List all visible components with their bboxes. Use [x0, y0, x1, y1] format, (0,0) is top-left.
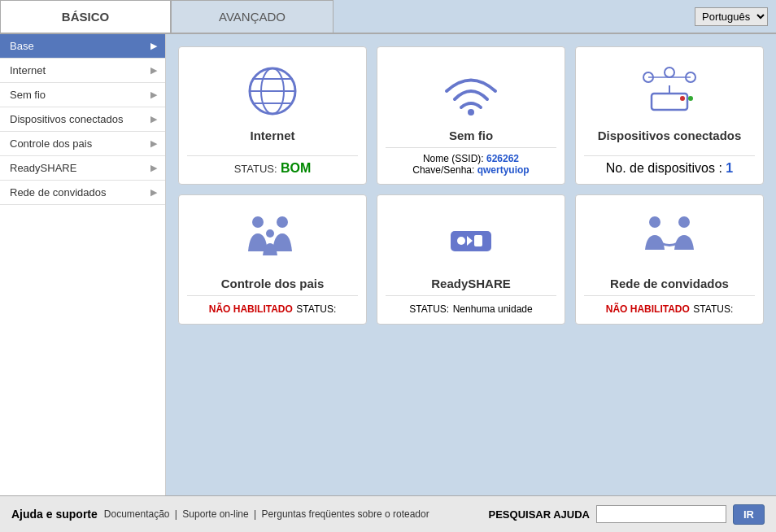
count-label: No. de dispositivos :	[606, 161, 722, 175]
tab-basico-label: BÁSICO	[62, 10, 109, 24]
sidebar-label-readyshare: ReadySHARE	[10, 162, 76, 174]
status-label-internet: STATUS:	[234, 163, 277, 175]
sidebar-item-rede[interactable]: Rede de convidados ▶	[0, 181, 165, 205]
chave-label: Chave/Senha:	[412, 164, 474, 176]
arrow-icon-semfio: ▶	[150, 89, 157, 100]
bottom-bar: Ajuda e suporte Documentação | Suporte o…	[0, 495, 776, 532]
readyshare-status-value: Nenhuma unidade	[453, 303, 533, 315]
svg-point-17	[266, 229, 274, 238]
readyshare-icon	[438, 207, 504, 272]
nome-value: 626262	[486, 153, 519, 164]
card-readyshare[interactable]: ReadySHARE STATUS: Nenhuma unidade	[377, 194, 565, 325]
svg-point-19	[457, 237, 465, 245]
sidebar-label-rede: Rede de convidados	[10, 186, 107, 198]
sidebar-item-base[interactable]: Base ▶	[0, 34, 165, 59]
card-rede-title: Rede de convidados	[610, 277, 729, 290]
svg-point-7	[680, 96, 685, 101]
svg-point-21	[649, 216, 660, 228]
tab-basico[interactable]: BÁSICO	[0, 0, 171, 33]
card-dispositivos-title: Dispositivos conectados	[598, 129, 742, 142]
language-selector[interactable]: Português English Español	[695, 0, 768, 33]
controle-nao-habilitado: NÃO HABILITADO	[209, 303, 293, 315]
card-internet[interactable]: Internet STATUS: BOM	[178, 46, 367, 185]
link-documentacao[interactable]: Documentação	[104, 508, 170, 520]
rede-status-label: STATUS:	[693, 303, 733, 315]
top-nav: BÁSICO AVANÇADO Português English Españo…	[0, 0, 776, 33]
internet-icon	[240, 59, 305, 124]
link-suporte[interactable]: Suporte on-line	[182, 508, 248, 520]
card-dispositivos-status: No. de dispositivos : 1	[584, 155, 755, 176]
search-button[interactable]: IR	[733, 504, 765, 525]
sidebar-label-dispositivos: Dispositivos conectados	[10, 113, 123, 125]
arrow-icon-controle: ▶	[150, 138, 157, 149]
svg-point-22	[678, 216, 690, 228]
arrow-icon-rede: ▶	[150, 187, 157, 198]
tab-avancado[interactable]: AVANÇADO	[171, 0, 334, 33]
arrow-icon-base: ▶	[150, 41, 157, 51]
sidebar-item-semfio[interactable]: Sem fio ▶	[0, 83, 165, 107]
sidebar-item-readyshare[interactable]: ReadySHARE ▶	[0, 156, 165, 181]
link-perguntas[interactable]: Perguntas freqüentes sobre o roteador	[262, 508, 429, 520]
dispositivos-icon	[637, 59, 702, 124]
card-controle-status: NÃO HABILITADO STATUS:	[187, 295, 358, 316]
sidebar-label-semfio: Sem fio	[10, 89, 46, 101]
card-internet-status: STATUS: BOM	[187, 155, 358, 176]
card-dispositivos[interactable]: Dispositivos conectados No. de dispositi…	[575, 46, 764, 185]
tab-avancado-label: AVANÇADO	[219, 10, 286, 24]
sidebar-item-internet[interactable]: Internet ▶	[0, 59, 165, 83]
rede-icon	[637, 207, 702, 272]
svg-rect-6	[652, 94, 687, 110]
controle-status-label: STATUS:	[296, 303, 336, 315]
grid-row-1: Internet STATUS: BOM Sem fi	[178, 46, 764, 185]
search-input[interactable]	[596, 505, 726, 523]
count-value: 1	[726, 161, 733, 175]
svg-point-8	[688, 96, 693, 101]
status-value-internet: BOM	[281, 161, 311, 175]
separator-1: |	[175, 508, 177, 520]
sidebar-label-base: Base	[10, 40, 34, 52]
chave-value: qwertyuiop	[477, 164, 530, 176]
search-label: PESQUISAR AJUDA	[489, 508, 590, 521]
content-area: Internet STATUS: BOM Sem fi	[166, 34, 776, 495]
card-semfio-title: Sem fio	[449, 129, 493, 142]
card-controle[interactable]: Controle dos pais NÃO HABILITADO STATUS:	[178, 194, 367, 325]
card-semfio-status: Nome (SSID): 626262 Chave/Senha: qwertyu…	[386, 147, 556, 176]
card-readyshare-status: STATUS: Nenhuma unidade	[386, 295, 556, 316]
bottom-links: Documentação | Suporte on-line | Pergunt…	[104, 508, 429, 520]
rede-nao-habilitado: NÃO HABILITADO	[606, 303, 690, 315]
help-label: Ajuda e suporte	[11, 508, 98, 521]
card-semfio[interactable]: Sem fio Nome (SSID): 626262 Chave/Senha:…	[377, 46, 565, 185]
sidebar-item-controle[interactable]: Controle dos pais ▶	[0, 132, 165, 156]
arrow-icon-readyshare: ▶	[150, 163, 157, 173]
svg-point-5	[468, 109, 474, 116]
card-readyshare-title: ReadySHARE	[431, 277, 511, 290]
sidebar-item-dispositivos[interactable]: Dispositivos conectados ▶	[0, 107, 165, 132]
separator-2: |	[254, 508, 256, 520]
card-internet-title: Internet	[250, 129, 294, 142]
arrow-icon-internet: ▶	[150, 65, 157, 76]
controle-icon	[240, 207, 305, 272]
arrow-icon-dispositivos: ▶	[150, 114, 157, 124]
nome-label: Nome (SSID):	[423, 153, 484, 164]
svg-point-15	[252, 216, 264, 228]
readyshare-status-label: STATUS:	[409, 303, 449, 315]
card-controle-title: Controle dos pais	[221, 277, 325, 290]
card-rede[interactable]: Rede de convidados NÃO HABILITADO STATUS…	[575, 194, 764, 325]
grid-row-2: Controle dos pais NÃO HABILITADO STATUS:	[178, 194, 764, 325]
svg-point-11	[665, 68, 674, 77]
semfio-icon	[438, 59, 504, 124]
language-dropdown[interactable]: Português English Español	[695, 7, 768, 26]
svg-point-16	[277, 216, 288, 228]
sidebar-label-controle: Controle dos pais	[10, 137, 92, 150]
main-area: Base ▶ Internet ▶ Sem fio ▶ Dispositivos…	[0, 33, 776, 495]
card-rede-status: NÃO HABILITADO STATUS:	[584, 295, 755, 316]
sidebar: Base ▶ Internet ▶ Sem fio ▶ Dispositivos…	[0, 34, 166, 495]
svg-rect-20	[474, 235, 482, 246]
sidebar-label-internet: Internet	[10, 64, 46, 76]
